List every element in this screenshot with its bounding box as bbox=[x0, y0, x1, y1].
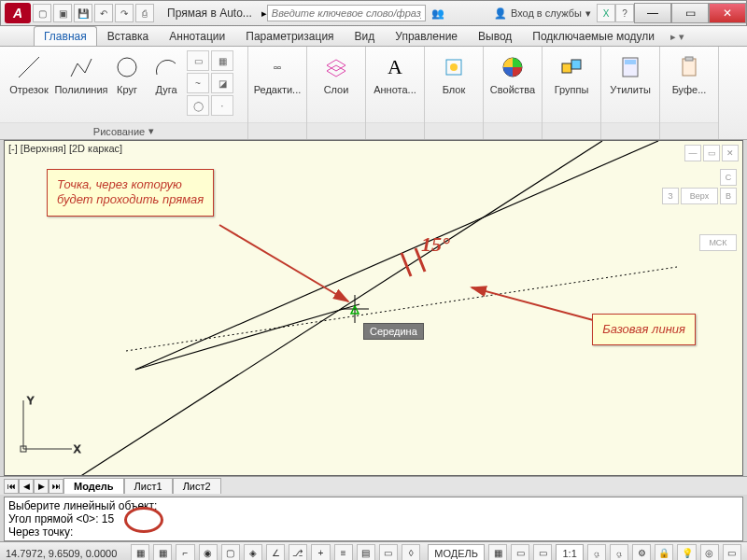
exchange-icon[interactable]: X bbox=[597, 4, 615, 22]
sb-grid2-icon[interactable]: ▦ bbox=[488, 544, 507, 561]
close-button[interactable]: ✕ bbox=[709, 3, 746, 23]
layers-icon bbox=[321, 52, 351, 82]
layout-next-icon[interactable]: ▶ bbox=[34, 479, 49, 494]
qat-print-icon[interactable]: ⎙ bbox=[135, 4, 154, 22]
sb-lwt-icon[interactable]: ≡ bbox=[334, 544, 353, 561]
qat-save-icon[interactable]: 💾 bbox=[74, 4, 92, 22]
block-button[interactable]: Блок bbox=[429, 50, 479, 97]
sb-osnap-icon[interactable]: ▢ bbox=[221, 544, 240, 561]
draw-panel-title[interactable]: Рисование ▾ bbox=[0, 122, 247, 139]
clipboard-button[interactable]: Буфе... bbox=[664, 50, 714, 97]
people-icon[interactable]: 👥 bbox=[431, 7, 444, 20]
sb-isolate-icon[interactable]: ◎ bbox=[700, 544, 719, 561]
sb-annoscale-icon[interactable]: ⍶ bbox=[587, 544, 606, 561]
drawing-area[interactable]: [-] [Верхняя] [2D каркас] — ▭ ✕ С З Верх… bbox=[4, 140, 743, 476]
title-bar: A ▢ ▣ 💾 ↶ ↷ ⎙ Прямая в Auto... ▸ 👥 👤 Вхо… bbox=[0, 0, 747, 26]
layout-sheet1[interactable]: Лист1 bbox=[124, 478, 173, 494]
arc-button[interactable]: Дуга bbox=[148, 50, 185, 97]
sb-qvd-icon[interactable]: ▭ bbox=[533, 544, 552, 561]
layout-prev-icon[interactable]: ◀ bbox=[19, 479, 34, 494]
edit-label: Редакти... bbox=[254, 84, 302, 95]
svg-line-16 bbox=[135, 304, 359, 370]
sb-otrack-icon[interactable]: ∠ bbox=[266, 544, 285, 561]
minimize-button[interactable]: — bbox=[634, 3, 671, 23]
layout-first-icon[interactable]: ⏮ bbox=[4, 479, 19, 494]
ribbon-tabs: Главная Вставка Аннотации Параметризация… bbox=[0, 26, 747, 47]
tab-manage[interactable]: Управление bbox=[385, 26, 468, 46]
maximize-button[interactable]: ▭ bbox=[671, 3, 709, 23]
cmd-history: Угол прямой <0>: 15 bbox=[8, 512, 739, 525]
color-wheel-icon bbox=[498, 52, 528, 82]
search-input[interactable] bbox=[267, 5, 426, 21]
polyline-label: Полилиния bbox=[54, 84, 107, 95]
sb-qp-icon[interactable]: ▭ bbox=[379, 544, 398, 561]
tab-output[interactable]: Вывод bbox=[468, 26, 522, 46]
clipboard-label: Буфе... bbox=[672, 84, 707, 95]
qat-new-icon[interactable]: ▢ bbox=[33, 4, 51, 22]
layout-sheet2[interactable]: Лист2 bbox=[173, 478, 221, 494]
sb-dyn-icon[interactable]: + bbox=[311, 544, 330, 561]
calculator-icon bbox=[615, 52, 645, 82]
circle-icon bbox=[112, 52, 142, 82]
tab-home[interactable]: Главная bbox=[34, 26, 97, 46]
properties-button[interactable]: Свойства bbox=[487, 50, 538, 97]
qat-open-icon[interactable]: ▣ bbox=[53, 4, 72, 22]
mini-ellipse-icon[interactable]: ◯ bbox=[187, 95, 209, 116]
polyline-button[interactable]: Полилиния bbox=[56, 50, 106, 97]
layers-label: Слои bbox=[324, 84, 349, 95]
app-logo-icon[interactable]: A bbox=[5, 3, 31, 23]
mini-hatch-icon[interactable]: ▦ bbox=[211, 50, 233, 71]
layout-last-icon[interactable]: ⏭ bbox=[49, 479, 63, 494]
mini-rect-icon[interactable]: ▭ bbox=[187, 50, 209, 71]
sb-sc-icon[interactable]: ◊ bbox=[402, 544, 420, 561]
svg-rect-6 bbox=[571, 60, 581, 69]
annotation-button[interactable]: AАннота... bbox=[370, 50, 420, 97]
sb-polar-icon[interactable]: ◉ bbox=[199, 544, 218, 561]
qat-redo-icon[interactable]: ↷ bbox=[115, 4, 134, 22]
callout-text: Точка, через которую bbox=[57, 177, 204, 192]
sb-3dosnap-icon[interactable]: ◈ bbox=[244, 544, 262, 561]
sb-ducs-icon[interactable]: ⎇ bbox=[289, 544, 307, 561]
utilities-button[interactable]: Утилиты bbox=[605, 50, 655, 97]
line-button[interactable]: Отрезок bbox=[4, 50, 54, 97]
tabs-overflow-icon[interactable]: ▸ ▾ bbox=[665, 28, 690, 46]
sb-ortho-icon[interactable]: ⌐ bbox=[176, 544, 194, 561]
layout-model[interactable]: Модель bbox=[63, 478, 124, 494]
cmd-prompt: Через точку: bbox=[8, 525, 739, 539]
signin-button[interactable]: 👤 Вход в службы ▾ bbox=[488, 7, 597, 20]
tab-annotate[interactable]: Аннотации bbox=[159, 26, 235, 46]
sb-clean-icon[interactable]: ▭ bbox=[723, 544, 741, 561]
svg-point-1 bbox=[118, 58, 136, 77]
layers-button[interactable]: Слои bbox=[311, 50, 361, 97]
model-paper-toggle[interactable]: МОДЕЛЬ bbox=[428, 544, 485, 561]
groups-button[interactable]: Группы bbox=[546, 50, 597, 97]
svg-rect-10 bbox=[685, 57, 693, 61]
sb-hardware-icon[interactable]: 💡 bbox=[677, 544, 696, 561]
edit-icon: ▫▫ bbox=[262, 52, 292, 82]
mini-point-icon[interactable]: · bbox=[211, 95, 233, 116]
callout-text: Базовая линия bbox=[602, 322, 685, 336]
qat-undo-icon[interactable]: ↶ bbox=[94, 4, 113, 22]
callout-point: Точка, через которую будет проходить пря… bbox=[47, 169, 214, 217]
signin-label: Вход в службы bbox=[511, 7, 582, 19]
tab-plugins[interactable]: Подключаемые модули bbox=[522, 26, 665, 46]
tab-view[interactable]: Вид bbox=[345, 26, 386, 46]
mini-region-icon[interactable]: ◪ bbox=[211, 73, 233, 93]
circle-button[interactable]: Круг bbox=[108, 50, 146, 97]
tab-parametric[interactable]: Параметризация bbox=[235, 26, 344, 46]
edit-button[interactable]: ▫▫Редакти... bbox=[252, 50, 303, 97]
help-icon[interactable]: ? bbox=[615, 4, 634, 22]
sb-grid-icon[interactable]: ▦ bbox=[153, 544, 172, 561]
block-label: Блок bbox=[443, 84, 466, 95]
tab-insert[interactable]: Вставка bbox=[97, 26, 160, 46]
sb-lock-icon[interactable]: 🔒 bbox=[655, 544, 673, 561]
sb-snap-icon[interactable]: ▦ bbox=[131, 544, 149, 561]
sb-qv-icon[interactable]: ▭ bbox=[511, 544, 529, 561]
sb-tpy-icon[interactable]: ▤ bbox=[357, 544, 375, 561]
command-line[interactable]: Выберите линейный объект: Угол прямой <0… bbox=[4, 497, 743, 541]
mini-spline-icon[interactable]: ~ bbox=[187, 73, 209, 93]
coordinates[interactable]: 14.7972, 9.6509, 0.0000 bbox=[6, 548, 127, 559]
anno-scale[interactable]: 1:1 bbox=[556, 544, 583, 561]
sb-ws-icon[interactable]: ⚙ bbox=[632, 544, 651, 561]
sb-annovis-icon[interactable]: ⍶ bbox=[610, 544, 628, 561]
